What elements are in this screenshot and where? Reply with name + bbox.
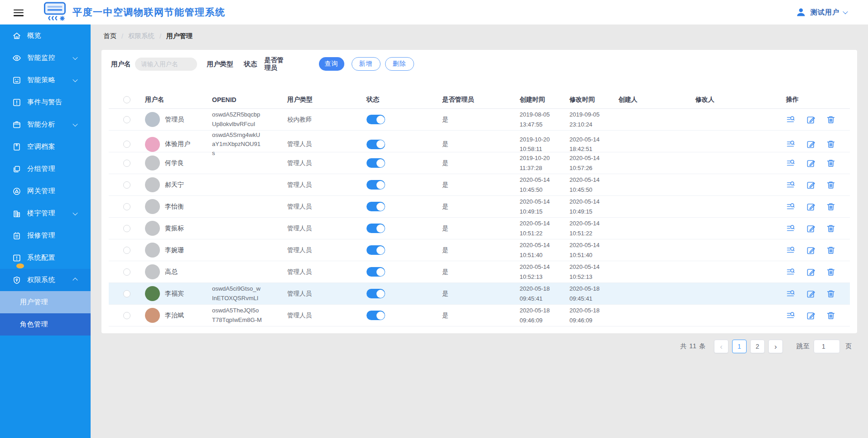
row-select-radio[interactable]: [123, 160, 130, 167]
delete-icon[interactable]: [826, 139, 836, 149]
delete-icon[interactable]: [826, 180, 836, 190]
sidebar-item[interactable]: 概览: [0, 24, 91, 47]
menu-toggle-button[interactable]: [14, 8, 24, 17]
page-number-button[interactable]: 2: [750, 340, 765, 353]
avatar: [145, 156, 160, 170]
view-detail-icon[interactable]: [786, 158, 796, 168]
view-detail-icon[interactable]: [786, 224, 796, 234]
delete-icon[interactable]: [826, 158, 836, 168]
page-number-button[interactable]: 1: [732, 340, 747, 353]
avatar: [145, 308, 160, 323]
status-toggle[interactable]: [366, 180, 385, 190]
edit-icon[interactable]: [806, 289, 816, 299]
row-select-radio[interactable]: [123, 312, 130, 319]
created-cell: 2020-05-14 10:49:15: [505, 196, 555, 217]
username-input[interactable]: [135, 58, 197, 71]
delete-icon[interactable]: [826, 311, 836, 321]
delete-icon[interactable]: [826, 267, 836, 277]
delete-button[interactable]: 删除: [385, 57, 414, 71]
sidebar-item[interactable]: 智能分析: [0, 113, 91, 136]
view-detail-icon[interactable]: [786, 139, 796, 149]
row-select-radio[interactable]: [123, 247, 130, 254]
sidebar-item[interactable]: 分组管理: [0, 158, 91, 180]
openid-cell: oswdA5ZR5bqcbpUp8okvlbvRFcuI: [198, 109, 273, 130]
created-cell: 2020-05-14 10:45:50: [505, 174, 555, 195]
edit-icon[interactable]: [806, 224, 816, 234]
edit-icon[interactable]: [806, 267, 816, 277]
view-detail-icon[interactable]: [786, 311, 796, 321]
usertype-cell: 管理人员: [273, 305, 352, 326]
edit-icon[interactable]: [806, 245, 816, 255]
row-select-radio[interactable]: [123, 116, 130, 123]
delete-icon[interactable]: [826, 115, 836, 125]
prev-page-button[interactable]: ‹: [714, 340, 728, 353]
status-toggle[interactable]: [366, 311, 385, 320]
delete-icon[interactable]: [826, 245, 836, 255]
openid-cell: [198, 239, 273, 261]
status-toggle[interactable]: [366, 245, 385, 255]
jump-page-input[interactable]: [814, 340, 840, 353]
sidebar: 概览 智能监控 智能策略 事件与警告 智能分析: [0, 24, 91, 438]
add-button[interactable]: 新增: [352, 57, 381, 71]
row-select-radio[interactable]: [123, 141, 130, 148]
edit-icon[interactable]: [806, 311, 816, 321]
status-filter[interactable]: 状态: [244, 60, 257, 68]
status-toggle[interactable]: [366, 140, 385, 149]
sidebar-item[interactable]: 系统配置: [0, 247, 91, 269]
home-icon: [12, 31, 21, 40]
delete-icon[interactable]: [826, 289, 836, 299]
sidebar-item[interactable]: 报修管理: [0, 224, 91, 247]
row-select-radio[interactable]: [123, 181, 130, 189]
next-page-button[interactable]: ›: [768, 340, 783, 353]
openid-cell: [198, 261, 273, 282]
edit-icon[interactable]: [806, 139, 816, 149]
sidebar-item[interactable]: 楼宇管理: [0, 202, 91, 224]
row-select-radio[interactable]: [123, 290, 130, 297]
sidebar-item[interactable]: 智能策略: [0, 69, 91, 91]
sidebar-item[interactable]: 空调档案: [0, 136, 91, 158]
is-admin-cell: 是: [428, 218, 505, 239]
sidebar-item-label: 概览: [27, 31, 41, 40]
page-unit-label: 页: [845, 342, 852, 350]
sidebar-submenu-item[interactable]: 角色管理: [0, 313, 91, 336]
edit-icon[interactable]: [806, 202, 816, 212]
is-admin-filter[interactable]: 是否管理员: [265, 56, 286, 72]
breadcrumb-permission-system[interactable]: 权限系统: [128, 32, 154, 40]
edit-icon[interactable]: [806, 158, 816, 168]
sidebar-item[interactable]: 事件与警告: [0, 91, 91, 113]
edit-icon[interactable]: [806, 115, 816, 125]
row-select-radio[interactable]: [123, 225, 130, 232]
status-toggle[interactable]: [366, 115, 385, 124]
sidebar-submenu-item[interactable]: 用户管理: [0, 291, 91, 313]
sidebar-item[interactable]: 权限系统: [0, 269, 91, 291]
chevron-down-icon: [72, 54, 77, 59]
view-detail-icon[interactable]: [786, 245, 796, 255]
delete-icon[interactable]: [826, 202, 836, 212]
sidebar-item-label: 报修管理: [27, 231, 55, 240]
sidebar-item[interactable]: 智能监控: [0, 47, 91, 69]
select-all-radio[interactable]: [123, 96, 130, 103]
row-select-radio[interactable]: [123, 203, 130, 210]
usertype-filter[interactable]: 用户类型: [207, 60, 233, 68]
row-select-radio[interactable]: [123, 268, 130, 276]
delete-icon[interactable]: [826, 224, 836, 234]
creator-cell: [604, 152, 681, 174]
status-toggle[interactable]: [366, 158, 385, 168]
breadcrumb-home[interactable]: 首页: [103, 32, 116, 40]
edit-icon[interactable]: [806, 180, 816, 190]
view-detail-icon[interactable]: [786, 202, 796, 212]
status-toggle[interactable]: [366, 289, 385, 298]
view-detail-icon[interactable]: [786, 180, 796, 190]
search-button[interactable]: 查询: [319, 57, 344, 71]
sidebar-item[interactable]: 网关管理: [0, 180, 91, 202]
view-detail-icon[interactable]: [786, 267, 796, 277]
status-toggle[interactable]: [366, 224, 385, 233]
status-toggle[interactable]: [366, 202, 385, 211]
status-toggle[interactable]: [366, 267, 385, 277]
table-row: 高总 管理人员 是 2020-05-14 10:52:13 2020-05-14…: [109, 261, 850, 283]
modified-cell: 2020-05-14 10:51:40: [555, 239, 604, 261]
view-detail-icon[interactable]: [786, 115, 796, 125]
view-detail-icon[interactable]: [786, 289, 796, 299]
is-admin-cell: 是: [428, 109, 505, 130]
user-menu[interactable]: 测试用户: [796, 7, 847, 18]
